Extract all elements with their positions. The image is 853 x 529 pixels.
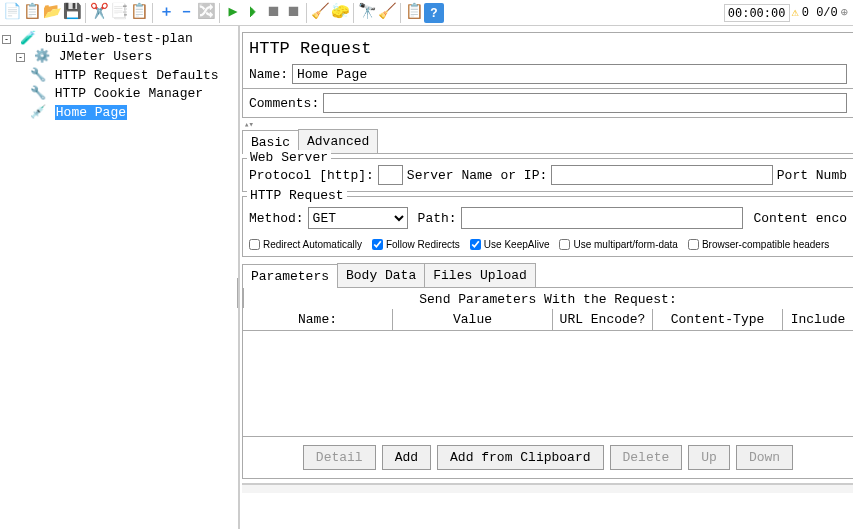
- web-server-legend: Web Server: [247, 150, 331, 165]
- parameters-table: Send Parameters With the Request: Name: …: [242, 287, 853, 437]
- keepalive-checkbox[interactable]: Use KeepAlive: [470, 239, 550, 250]
- panel-title: HTTP Request: [242, 32, 853, 60]
- main-toolbar: 📄 📋 📂 💾 ✂️ 📑 📋 ＋ － 🔀 ▶ ⏵ ⏹ ⏹ 🧹 🧽 🔭 🧹 📋 ?…: [0, 0, 853, 26]
- help-icon[interactable]: ?: [424, 3, 444, 23]
- horizontal-scrollbar[interactable]: [242, 483, 853, 493]
- thread-count: ⚠ 0 0/0 ⊕: [792, 5, 848, 20]
- tab-body-data[interactable]: Body Data: [337, 263, 425, 287]
- name-label: Name:: [249, 67, 288, 82]
- up-button[interactable]: Up: [688, 445, 730, 470]
- toggle-icon[interactable]: 🔀: [196, 3, 216, 23]
- tree-node-homepage[interactable]: Home Page: [55, 105, 127, 120]
- warning-icon: ⚠: [792, 5, 799, 20]
- clear-icon[interactable]: 🧹: [310, 3, 330, 23]
- parameters-header: Name: Value URL Encode? Content-Type Inc…: [243, 309, 853, 331]
- col-name[interactable]: Name:: [243, 309, 393, 330]
- config-tabs: Basic Advanced: [242, 129, 853, 154]
- http-request-group: HTTP Request Method: GET Path: Content e…: [242, 196, 853, 257]
- tree-toggle[interactable]: -: [2, 35, 11, 44]
- col-include[interactable]: Include: [783, 309, 853, 330]
- tab-parameters[interactable]: Parameters: [242, 264, 338, 288]
- templates-icon[interactable]: 📋: [22, 3, 42, 23]
- gear-icon: ⚙️: [35, 50, 49, 64]
- tree-node-plan[interactable]: build-web-test-plan: [45, 31, 193, 46]
- col-url-encode[interactable]: URL Encode?: [553, 309, 653, 330]
- new-file-icon[interactable]: 📄: [2, 3, 22, 23]
- test-plan-tree: - 🧪 build-web-test-plan - ⚙️ JMeter User…: [0, 26, 240, 529]
- add-from-clipboard-button[interactable]: Add from Clipboard: [437, 445, 603, 470]
- parameters-body[interactable]: [243, 331, 853, 436]
- shutdown-icon[interactable]: ⏹: [283, 3, 303, 23]
- redirect-auto-checkbox[interactable]: Redirect Automatically: [249, 239, 362, 250]
- function-helper-icon[interactable]: 📋: [404, 3, 424, 23]
- flask-icon: 🧪: [21, 32, 35, 46]
- wrench-icon: 🔧: [31, 69, 45, 83]
- server-input[interactable]: [551, 165, 773, 185]
- col-value[interactable]: Value: [393, 309, 553, 330]
- start-icon[interactable]: ▶: [223, 3, 243, 23]
- follow-redirects-checkbox[interactable]: Follow Redirects: [372, 239, 460, 250]
- name-input[interactable]: [292, 64, 847, 84]
- threads-icon: ⊕: [841, 5, 848, 20]
- reset-search-icon[interactable]: 🧹: [377, 3, 397, 23]
- save-icon[interactable]: 💾: [62, 3, 82, 23]
- param-tabs: Parameters Body Data Files Upload: [242, 263, 853, 287]
- method-label: Method:: [249, 211, 304, 226]
- comments-input[interactable]: [323, 93, 847, 113]
- http-request-legend: HTTP Request: [247, 188, 347, 203]
- collapse-icon[interactable]: －: [176, 3, 196, 23]
- down-button[interactable]: Down: [736, 445, 793, 470]
- col-content-type[interactable]: Content-Type: [653, 309, 783, 330]
- elapsed-time: 00:00:00: [724, 4, 790, 22]
- open-icon[interactable]: 📂: [42, 3, 62, 23]
- path-input[interactable]: [461, 207, 744, 229]
- tab-files-upload[interactable]: Files Upload: [424, 263, 536, 287]
- detail-button[interactable]: Detail: [303, 445, 376, 470]
- expand-icon[interactable]: ＋: [156, 3, 176, 23]
- multipart-checkbox[interactable]: Use multipart/form-data: [559, 239, 677, 250]
- protocol-input[interactable]: [378, 165, 403, 185]
- editor-pane: HTTP Request Name: Comments: ▴▾ Basic Ad…: [240, 26, 853, 529]
- parameters-buttons: Detail Add Add from Clipboard Delete Up …: [242, 437, 853, 479]
- comments-label: Comments:: [249, 96, 319, 111]
- browser-compat-checkbox[interactable]: Browser-compatible headers: [688, 239, 829, 250]
- collapse-grip-icon[interactable]: ▴▾: [242, 119, 853, 127]
- protocol-label: Protocol [http]:: [249, 168, 374, 183]
- tree-toggle[interactable]: -: [16, 53, 25, 62]
- tree-node-defaults[interactable]: HTTP Request Defaults: [55, 68, 219, 83]
- parameters-caption: Send Parameters With the Request:: [243, 288, 853, 309]
- port-label: Port Numb: [777, 168, 847, 183]
- copy-icon[interactable]: 📑: [109, 3, 129, 23]
- start-no-timers-icon[interactable]: ⏵: [243, 3, 263, 23]
- wrench-icon: 🔧: [31, 87, 45, 101]
- paste-icon[interactable]: 📋: [129, 3, 149, 23]
- add-button[interactable]: Add: [382, 445, 431, 470]
- server-label: Server Name or IP:: [407, 168, 547, 183]
- encoding-label: Content enco: [753, 211, 847, 226]
- delete-button[interactable]: Delete: [610, 445, 683, 470]
- stop-icon[interactable]: ⏹: [263, 3, 283, 23]
- tree-node-threadgroup[interactable]: JMeter Users: [59, 49, 153, 64]
- method-select[interactable]: GET: [308, 207, 408, 229]
- pipette-icon: 💉: [31, 106, 45, 120]
- web-server-group: Web Server Protocol [http]: Server Name …: [242, 158, 853, 192]
- search-icon[interactable]: 🔭: [357, 3, 377, 23]
- clear-all-icon[interactable]: 🧽: [330, 3, 350, 23]
- cut-icon[interactable]: ✂️: [89, 3, 109, 23]
- tree-node-cookie[interactable]: HTTP Cookie Manager: [55, 86, 203, 101]
- path-label: Path:: [418, 211, 457, 226]
